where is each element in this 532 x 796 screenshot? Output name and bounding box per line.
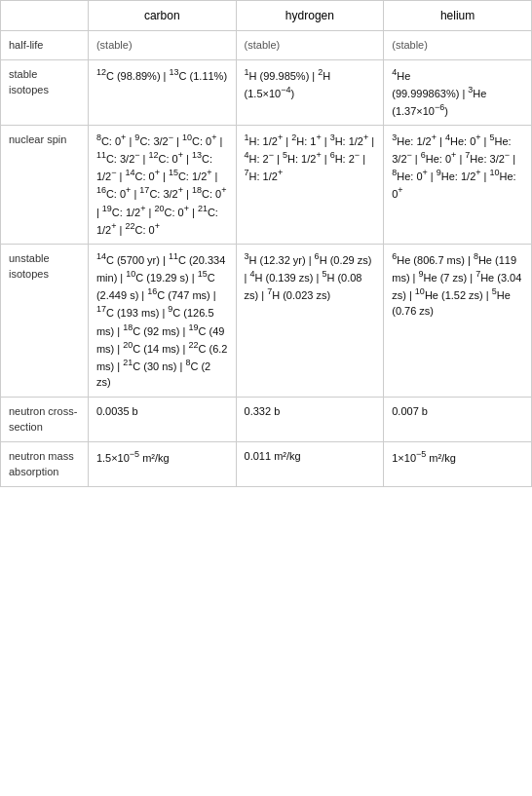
row-label-nuclear-spin: nuclear spin xyxy=(1,125,89,244)
table-row: unstable isotopes 14C (5700 yr) | 11C (2… xyxy=(1,244,532,397)
helium-stable-isotopes: 4He(99.999863%) | 3He (1.37×10−6) xyxy=(384,59,532,125)
helium-unstable-isotopes: 6He (806.7 ms) | 8He (119 ms) | 9He (7 z… xyxy=(384,244,532,397)
row-label-half-life: half-life xyxy=(1,31,89,60)
hydrogen-neutron-cross-section: 0.332 b xyxy=(236,397,384,441)
carbon-neutron-mass-absorption: 1.5×10−5 m²/kg xyxy=(88,441,236,486)
row-label-neutron-cross-section: neutron cross-section xyxy=(1,397,89,441)
row-label-unstable-isotopes: unstable isotopes xyxy=(1,244,89,397)
helium-nuclear-spin: 3He: 1/2+ | 4He: 0+ | 5He: 3/2− | 6He: 0… xyxy=(384,125,532,244)
helium-neutron-cross-section: 0.007 b xyxy=(384,397,532,441)
table-row: half-life (stable) (stable) (stable) xyxy=(1,31,532,60)
carbon-stable-isotopes: 12C (98.89%) | 13C (1.11%) xyxy=(88,59,236,125)
row-label-stable-isotopes: stable isotopes xyxy=(1,59,89,125)
table-row: neutron cross-section 0.0035 b 0.332 b 0… xyxy=(1,397,532,441)
carbon-half-life: (stable) xyxy=(88,31,236,60)
helium-half-life: (stable) xyxy=(384,31,532,60)
hydrogen-stable-isotopes: 1H (99.985%) | 2H (1.5×10−4) xyxy=(236,59,384,125)
hydrogen-half-life: (stable) xyxy=(236,31,384,60)
helium-neutron-mass-absorption: 1×10−5 m²/kg xyxy=(384,441,532,486)
header-hydrogen: hydrogen xyxy=(236,1,384,31)
carbon-nuclear-spin: 8C: 0+ | 9C: 3/2− | 10C: 0+ | 11C: 3/2− … xyxy=(88,125,236,244)
table-row: neutron mass absorption 1.5×10−5 m²/kg 0… xyxy=(1,441,532,486)
carbon-unstable-isotopes: 14C (5700 yr) | 11C (20.334 min) | 10C (… xyxy=(88,244,236,397)
hydrogen-nuclear-spin: 1H: 1/2+ | 2H: 1+ | 3H: 1/2+ | 4H: 2− | … xyxy=(236,125,384,244)
header-empty xyxy=(1,1,89,31)
hydrogen-neutron-mass-absorption: 0.011 m²/kg xyxy=(236,441,384,486)
table-row: nuclear spin 8C: 0+ | 9C: 3/2− | 10C: 0+… xyxy=(1,125,532,244)
row-label-neutron-mass-absorption: neutron mass absorption xyxy=(1,441,89,486)
header-carbon: carbon xyxy=(88,1,236,31)
header-helium: helium xyxy=(384,1,532,31)
hydrogen-unstable-isotopes: 3H (12.32 yr) | 6H (0.29 zs) | 4H (0.139… xyxy=(236,244,384,397)
carbon-neutron-cross-section: 0.0035 b xyxy=(88,397,236,441)
table-row: stable isotopes 12C (98.89%) | 13C (1.11… xyxy=(1,59,532,125)
